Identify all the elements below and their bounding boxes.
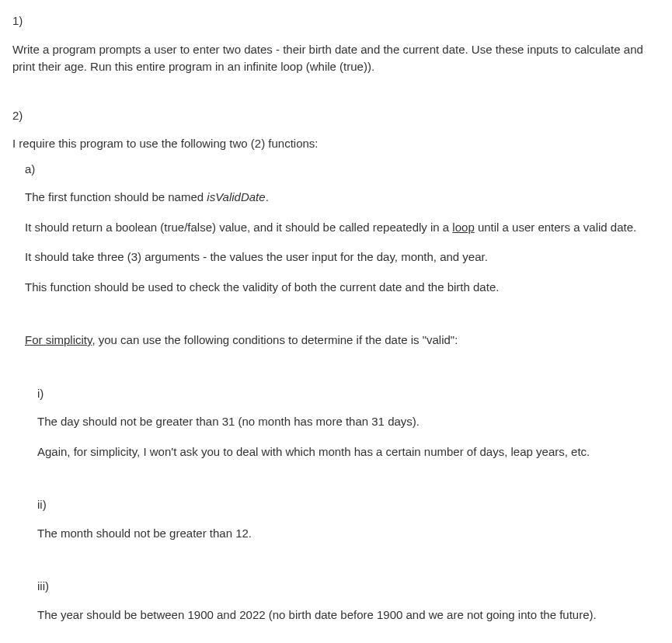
subpart-ii: ii) The month should not be greater than… — [25, 496, 660, 542]
a-number: a) — [25, 161, 660, 179]
q1-number: 1) — [12, 12, 660, 30]
subpart-a: a) The first function should be named is… — [12, 161, 660, 624]
a-line1-post: . — [266, 190, 269, 203]
q2-intro: I require this program to use the follow… — [12, 135, 660, 153]
q1-text: Write a program prompts a user to enter … — [12, 41, 660, 76]
question-1: 1) Write a program prompts a user to ent… — [12, 12, 660, 76]
ii-line1: The month should not be greater than 12. — [37, 525, 660, 543]
question-2: 2) I require this program to use the fol… — [12, 107, 660, 624]
a-line2-post: until a user enters a valid date. — [475, 221, 636, 234]
a-line1-italic: isValidDate — [207, 190, 265, 203]
i-number: i) — [37, 385, 660, 403]
i-line1: The day should not be greater than 31 (n… — [37, 413, 660, 431]
a-line1-pre: The first function should be named — [25, 190, 207, 203]
a-simplicity-post: , you can use the following conditions t… — [92, 333, 458, 346]
a-line2-pre: It should return a boolean (true/false) … — [25, 221, 452, 234]
ii-number: ii) — [37, 496, 660, 514]
a-line1: The first function should be named isVal… — [25, 189, 660, 207]
a-simplicity-underline: For simplicity — [25, 333, 92, 346]
iii-line1: The year should be between 1900 and 2022… — [37, 607, 660, 624]
a-line2-underline: loop — [452, 221, 474, 234]
a-line4: This function should be used to check th… — [25, 279, 660, 297]
subpart-iii: iii) The year should be between 1900 and… — [25, 578, 660, 624]
a-line3: It should take three (3) arguments - the… — [25, 249, 660, 266]
subpart-i: i) The day should not be greater than 31… — [25, 385, 660, 461]
q2-number: 2) — [12, 107, 660, 125]
a-line2: It should return a boolean (true/false) … — [25, 219, 660, 237]
iii-number: iii) — [37, 578, 660, 596]
a-simplicity: For simplicity, you can use the followin… — [25, 332, 660, 349]
i-line2: Again, for simplicity, I won't ask you t… — [37, 443, 660, 461]
